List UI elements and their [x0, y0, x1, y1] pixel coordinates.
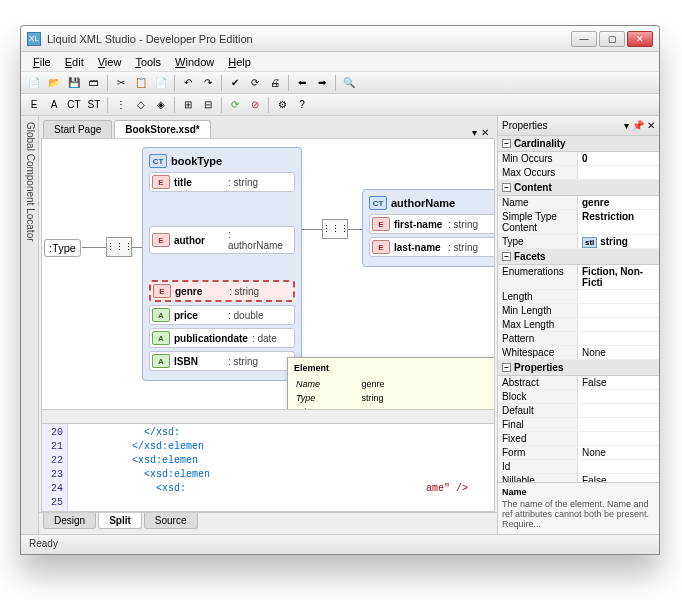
minimize-button[interactable]: — [571, 31, 597, 47]
undo-icon[interactable]: ↶ [179, 74, 197, 92]
open-icon[interactable]: 📂 [45, 74, 63, 92]
help-icon[interactable]: ? [293, 96, 311, 114]
properties-grid[interactable]: −Cardinality Min Occurs0 Max Occurs −Con… [498, 136, 659, 482]
menu-edit[interactable]: Edit [59, 54, 90, 70]
code-editor[interactable]: </xsd: </xsd:elemen <xsd:elemen <xsd:ele… [68, 424, 494, 511]
view-tabs: Design Split Source [39, 512, 497, 534]
ct-badge-icon: CT [369, 196, 387, 210]
element-genre[interactable]: Egenre: string [149, 280, 295, 302]
app-window: XL Liquid XML Studio - Developer Pro Edi… [20, 25, 660, 555]
complextype-booktype[interactable]: CTbookType Etitle: string Eauthor: autho… [142, 147, 302, 381]
expand-all-icon[interactable]: ⊞ [179, 96, 197, 114]
forward-icon[interactable]: ➡ [313, 74, 331, 92]
menu-help[interactable]: Help [222, 54, 257, 70]
propgroup-properties[interactable]: −Properties [498, 360, 659, 376]
new-file-icon[interactable]: 📄 [25, 74, 43, 92]
app-icon: XL [27, 32, 41, 46]
window-title: Liquid XML Studio - Developer Pro Editio… [47, 33, 571, 45]
paste-icon[interactable]: 📄 [152, 74, 170, 92]
attribute-price[interactable]: Aprice: double [149, 305, 295, 325]
panel-close-icon[interactable]: ✕ [647, 120, 655, 131]
element-firstname[interactable]: Efirst-name: string [369, 214, 494, 234]
menu-view[interactable]: View [92, 54, 128, 70]
properties-title: Properties [502, 120, 548, 131]
menubar: File Edit View Tools Window Help [21, 52, 659, 72]
ct-booktype-label: bookType [171, 155, 222, 167]
validate-icon[interactable]: ✔ [226, 74, 244, 92]
propgroup-facets[interactable]: −Facets [498, 249, 659, 265]
viewtab-design[interactable]: Design [43, 513, 96, 529]
tooltip-element-details: Element NamegenreTypestringMin Occurs0Ma… [287, 357, 494, 409]
source-code-pane[interactable]: 202122232425 </xsd: </xsd:elemen <xsd:el… [42, 423, 494, 511]
redo-icon[interactable]: ↷ [199, 74, 217, 92]
horizontal-scrollbar[interactable] [42, 409, 494, 423]
menu-tools[interactable]: Tools [129, 54, 167, 70]
refresh-icon[interactable]: ⟳ [226, 96, 244, 114]
menu-window[interactable]: Window [169, 54, 220, 70]
root-type-node[interactable]: :Type [44, 239, 81, 257]
stop-icon[interactable]: ⊘ [246, 96, 264, 114]
panel-pin-icon[interactable]: 📌 [632, 120, 644, 131]
global-component-locator-tab[interactable]: Global Component Locator [21, 116, 39, 534]
tab-bookstore-xsd[interactable]: BookStore.xsd* [114, 120, 210, 138]
tab-dropdown-icon[interactable]: ▾ [472, 127, 477, 138]
sequence-compositor-1[interactable]: ⋮⋮⋮ [106, 237, 132, 257]
copy-icon[interactable]: 📋 [132, 74, 150, 92]
tab-start-page[interactable]: Start Page [43, 120, 112, 138]
ct-badge-icon: CT [149, 154, 167, 168]
ct-authorname-label: authorName [391, 197, 455, 209]
attribute-publicationdate[interactable]: Apublicationdate: date [149, 328, 295, 348]
attribute-isbn[interactable]: AISBN: string [149, 351, 295, 371]
panel-dropdown-icon[interactable]: ▾ [624, 120, 629, 131]
viewtab-split[interactable]: Split [98, 513, 142, 529]
document-tabs: Start Page BookStore.xsd* ▾✕ [39, 116, 497, 138]
titlebar[interactable]: XL Liquid XML Studio - Developer Pro Edi… [21, 26, 659, 52]
element-author[interactable]: Eauthor: authorName [149, 226, 295, 254]
element-title[interactable]: Etitle: string [149, 172, 295, 192]
sequence-compositor-2[interactable]: ⋮⋮⋮ [322, 219, 348, 239]
maximize-button[interactable]: ▢ [599, 31, 625, 47]
viewtab-source[interactable]: Source [144, 513, 198, 529]
designer-pane: :Type ⋮⋮⋮ CTbookType Etitle: string Eaut… [41, 138, 495, 512]
toolbar-2: E A CT ST ⋮ ◇ ◈ ⊞ ⊟ ⟳ ⊘ ⚙ ? [21, 94, 659, 116]
schema-diagram[interactable]: :Type ⋮⋮⋮ CTbookType Etitle: string Eaut… [42, 139, 494, 409]
schema-element-icon[interactable]: E [25, 96, 43, 114]
line-number-gutter: 202122232425 [42, 424, 68, 511]
print-icon[interactable]: 🖨 [266, 74, 284, 92]
transform-icon[interactable]: ⟳ [246, 74, 264, 92]
cut-icon[interactable]: ✂ [112, 74, 130, 92]
generate-code-icon[interactable]: ⚙ [273, 96, 291, 114]
save-icon[interactable]: 💾 [65, 74, 83, 92]
collapse-all-icon[interactable]: ⊟ [199, 96, 217, 114]
property-description: Name The name of the element. Name and r… [498, 482, 659, 534]
schema-choice-icon[interactable]: ◇ [132, 96, 150, 114]
schema-attr-icon[interactable]: A [45, 96, 63, 114]
back-icon[interactable]: ⬅ [293, 74, 311, 92]
tab-close-icon[interactable]: ✕ [481, 127, 489, 138]
propgroup-content[interactable]: −Content [498, 180, 659, 196]
menu-file[interactable]: File [27, 54, 57, 70]
toolbar-1: 📄 📂 💾 🗃 ✂ 📋 📄 ↶ ↷ ✔ ⟳ 🖨 ⬅ ➡ 🔍 [21, 72, 659, 94]
propgroup-cardinality[interactable]: −Cardinality [498, 136, 659, 152]
save-all-icon[interactable]: 🗃 [85, 74, 103, 92]
schema-all-icon[interactable]: ◈ [152, 96, 170, 114]
close-button[interactable]: ✕ [627, 31, 653, 47]
schema-seq-icon[interactable]: ⋮ [112, 96, 130, 114]
find-icon[interactable]: 🔍 [340, 74, 358, 92]
element-lastname[interactable]: Elast-name: string [369, 237, 494, 257]
complextype-authorname[interactable]: CTauthorName Efirst-name: string Elast-n… [362, 189, 494, 267]
properties-panel: Properties ▾📌✕ −Cardinality Min Occurs0 … [497, 116, 659, 534]
schema-st-icon[interactable]: ST [85, 96, 103, 114]
status-bar: Ready [21, 534, 659, 554]
schema-ct-icon[interactable]: CT [65, 96, 83, 114]
